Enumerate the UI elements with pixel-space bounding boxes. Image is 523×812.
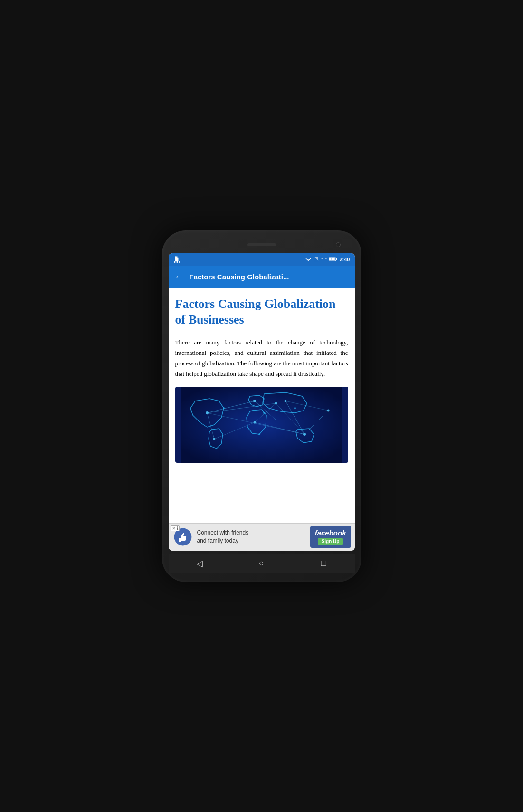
content-area[interactable]: Factors Causing Globalization of Busines… xyxy=(169,288,355,523)
svg-point-25 xyxy=(223,407,225,409)
svg-rect-1 xyxy=(330,258,335,260)
status-bar-left xyxy=(173,256,181,263)
svg-point-17 xyxy=(206,411,209,414)
facebook-logo-text: facebook xyxy=(315,529,346,537)
ad-text-area: Connect with friends and family today xyxy=(197,529,306,545)
svg-point-20 xyxy=(284,400,286,402)
svg-point-24 xyxy=(327,410,329,412)
app-bar: ← Factors Causing Globalizati... xyxy=(169,266,355,288)
phone-device: 2:40 ← Factors Causing Globalizati... Fa… xyxy=(162,230,361,582)
svg-point-18 xyxy=(253,400,256,402)
back-button[interactable]: ← xyxy=(174,271,184,282)
world-map-image xyxy=(175,387,348,463)
signup-label: Sign Up xyxy=(318,538,343,545)
svg-point-26 xyxy=(263,412,265,414)
app-bar-title: Factors Causing Globalizati... xyxy=(190,273,349,281)
front-camera xyxy=(336,242,341,247)
status-bar-right: 2:40 xyxy=(305,257,350,262)
android-icon xyxy=(173,256,181,263)
svg-point-21 xyxy=(303,433,306,436)
article-title: Factors Causing Globalization of Busines… xyxy=(175,296,348,328)
ad-text-line2: and family today xyxy=(197,537,306,545)
svg-rect-2 xyxy=(336,258,337,260)
svg-point-23 xyxy=(253,421,256,424)
recents-nav-button[interactable]: □ xyxy=(314,554,333,573)
svg-point-22 xyxy=(213,438,215,440)
status-bar: 2:40 xyxy=(169,253,355,266)
ad-banner[interactable]: ✕ ℹ Connect with friends and family toda… xyxy=(169,523,355,551)
status-time: 2:40 xyxy=(339,257,350,262)
svg-point-27 xyxy=(294,407,296,409)
svg-point-28 xyxy=(258,433,260,435)
ad-close-button[interactable]: ✕ ℹ xyxy=(171,525,180,531)
speaker-grill xyxy=(247,243,276,246)
svg-point-19 xyxy=(275,402,277,405)
back-nav-button[interactable]: ◁ xyxy=(190,554,209,573)
home-nav-button[interactable]: ○ xyxy=(252,554,271,573)
navigation-bar: ◁ ○ □ xyxy=(169,554,355,573)
ad-text-line1: Connect with friends xyxy=(197,529,306,537)
article-content: Factors Causing Globalization of Busines… xyxy=(169,288,355,475)
phone-screen: 2:40 ← Factors Causing Globalizati... Fa… xyxy=(169,253,355,551)
phone-top-bar xyxy=(169,239,355,250)
facebook-signup-button[interactable]: facebook Sign Up xyxy=(310,526,351,548)
article-body: There are many factors related to the ch… xyxy=(175,337,348,379)
